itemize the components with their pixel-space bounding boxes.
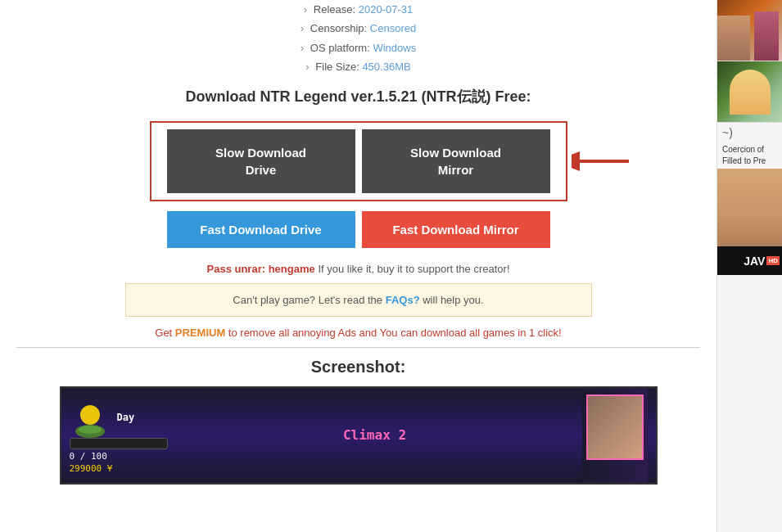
faq-suffix: will help you. xyxy=(423,294,483,306)
main-content: › Release: 2020-07-31 › Censorship: Cens… xyxy=(0,0,716,532)
os-label: OS platform: xyxy=(310,42,370,54)
coercion-line2: Filled to Pre xyxy=(722,156,777,167)
filesize-value[interactable]: 450.36MB xyxy=(362,61,410,73)
screenshot-image: Day 0 / 100 299000 ¥ Climax 2 xyxy=(60,386,658,485)
os-info: › OS platform: Windows xyxy=(16,38,700,57)
release-value[interactable]: 2020-07-31 xyxy=(359,3,414,16)
red-arrow-icon xyxy=(572,145,633,178)
hd-badge: HD xyxy=(766,256,780,265)
progress-bar xyxy=(70,438,168,449)
fast-download-mirror-button[interactable]: Fast Download Mirror xyxy=(362,211,550,248)
faq-link[interactable]: FAQs? xyxy=(386,294,420,306)
filesize-info: › File Size: 450.36MB xyxy=(16,57,700,76)
arrow-icon-2: › xyxy=(301,22,304,34)
slow-download-drive-button[interactable]: Slow Download Drive xyxy=(167,129,355,193)
character-portrait xyxy=(586,394,644,460)
pass-line: Pass unrar: hengame If you like it, buy … xyxy=(16,263,700,275)
premium-prefix: Get xyxy=(155,327,175,339)
premium-word: PREMIUM xyxy=(175,327,225,339)
filesize-label: File Size: xyxy=(315,61,359,73)
arrow-icon: › xyxy=(304,3,307,16)
sidebar: ~) Coercion of Filled to Pre JAV HD xyxy=(716,0,782,532)
jav-thumbnail[interactable]: JAV HD xyxy=(717,169,782,275)
slow-drive-line2: Drive xyxy=(246,163,277,177)
jav-label: JAV xyxy=(744,255,765,268)
arrow-icon-4: › xyxy=(305,61,309,73)
meta-info: › Release: 2020-07-31 › Censorship: Cens… xyxy=(16,0,700,77)
progress-text: 0 / 100 xyxy=(70,451,107,462)
game-hud: Day 0 / 100 299000 ¥ Climax 2 xyxy=(61,388,656,483)
svg-point-2 xyxy=(80,405,100,425)
coercion-line1: Coercion of xyxy=(722,144,777,156)
divider xyxy=(16,347,700,348)
slow-download-mirror-button[interactable]: Slow Download Mirror xyxy=(362,129,550,193)
slow-mirror-line2: Mirror xyxy=(438,163,473,177)
premium-suffix: to remove all annoying Ads and You can d… xyxy=(228,327,562,339)
pass-label: Pass unrar: xyxy=(207,263,266,275)
fast-download-drive-button[interactable]: Fast Download Drive xyxy=(167,211,355,248)
sidebar-thumbnail-1[interactable] xyxy=(717,0,782,61)
pass-suffix: If you like it, buy it to support the cr… xyxy=(318,263,509,275)
faq-prefix: Can't play game? Let's read the xyxy=(233,294,385,306)
hud-left: Day 0 / 100 299000 ¥ xyxy=(70,397,168,474)
os-value[interactable]: Windows xyxy=(373,42,416,54)
slow-download-section: Slow Download Drive Slow Download Mirror xyxy=(150,121,567,201)
coercion-text: Coercion of Filled to Pre xyxy=(717,142,782,169)
hud-day-label: Day xyxy=(117,412,135,423)
download-title: Download NTR Legend ver.1.5.21 (NTR伝説) F… xyxy=(16,87,700,106)
svg-point-4 xyxy=(79,426,102,434)
faq-box: Can't play game? Let's read the FAQs? wi… xyxy=(125,283,592,317)
sun-day-icon xyxy=(70,397,111,438)
hud-right-panel xyxy=(582,388,648,483)
arrow-icon-3: › xyxy=(301,42,304,54)
money-text: 299000 ¥ xyxy=(70,463,113,474)
release-info: › Release: 2020-07-31 xyxy=(16,0,700,19)
sidebar-tilde: ~) xyxy=(717,123,782,142)
censorship-label: Censorship: xyxy=(310,22,367,34)
pass-key: hengame xyxy=(269,263,315,275)
climax-text: Climax 2 xyxy=(343,427,406,443)
fast-download-section: Fast Download Drive Fast Download Mirror xyxy=(150,211,567,248)
censorship-value[interactable]: Censored xyxy=(370,22,416,34)
sidebar-thumbnail-2[interactable] xyxy=(717,61,782,123)
premium-line: Get PREMIUM to remove all annoying Ads a… xyxy=(16,327,700,339)
censorship-info: › Censorship: Censored xyxy=(16,19,700,38)
arrow-indicator xyxy=(572,145,633,178)
slow-mirror-line1: Slow Download xyxy=(410,146,501,160)
screenshot-title: Screenshot: xyxy=(16,358,700,376)
slow-drive-line1: Slow Download xyxy=(215,146,306,160)
release-label: Release: xyxy=(314,3,355,16)
